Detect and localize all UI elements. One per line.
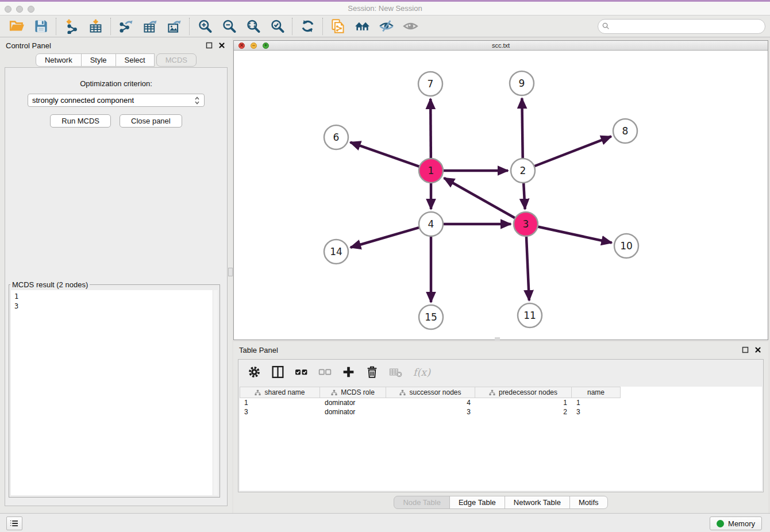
close-panel-icon[interactable] <box>217 41 226 50</box>
select-all-checkboxes-icon[interactable] <box>294 364 309 380</box>
column-header-predecessor-nodes[interactable]: predecessor nodes <box>475 387 572 398</box>
svg-text:3: 3 <box>523 218 529 230</box>
main-toolbar-icons <box>5 17 422 36</box>
window-divider-grip[interactable] <box>495 337 500 341</box>
edge-2-9[interactable] <box>522 98 522 159</box>
edge-2-3[interactable] <box>523 182 525 209</box>
tab-edge-table[interactable]: Edge Table <box>449 496 505 509</box>
table-cell[interactable]: 2 <box>475 408 572 416</box>
node-15[interactable]: 15 <box>419 305 443 329</box>
node-3[interactable]: 3 <box>514 212 538 236</box>
node-14[interactable]: 14 <box>324 240 348 264</box>
columns-icon[interactable] <box>271 364 285 380</box>
float-table-panel-icon[interactable] <box>741 345 750 354</box>
table-cell[interactable]: dominator <box>320 399 386 407</box>
import-network-icon[interactable] <box>59 17 83 36</box>
node-6[interactable]: 6 <box>324 125 348 149</box>
column-header-shared-name[interactable]: shared name <box>240 387 320 398</box>
tab-style[interactable]: Style <box>81 53 116 67</box>
mcds-result-scrollbar[interactable] <box>213 290 218 495</box>
zoom-in-icon[interactable] <box>192 17 217 36</box>
table-row[interactable]: 3dominator323 <box>240 407 762 417</box>
tab-mcds[interactable]: MCDS <box>156 53 197 67</box>
delete-icon[interactable] <box>365 364 379 380</box>
hide-graphics-eye-icon[interactable] <box>374 17 398 36</box>
edge-4-14[interactable] <box>351 228 420 248</box>
table-cell[interactable]: 3 <box>240 408 320 416</box>
column-header-MCDS-role[interactable]: MCDS role <box>320 387 386 398</box>
node-7[interactable]: 7 <box>418 72 442 96</box>
edge-3-11[interactable] <box>526 236 529 300</box>
table-cell[interactable]: 3 <box>386 408 475 416</box>
column-header-successor-nodes[interactable]: successor nodes <box>386 387 475 398</box>
show-graphics-eye-icon[interactable] <box>398 17 422 36</box>
export-table-icon[interactable] <box>138 17 162 36</box>
tab-node-table[interactable]: Node Table <box>394 496 450 509</box>
table-cell[interactable]: 1 <box>572 399 621 407</box>
tab-motifs[interactable]: Motifs <box>569 496 608 509</box>
add-icon[interactable] <box>341 364 356 380</box>
panel-divider-grip[interactable] <box>228 268 233 276</box>
table-cell[interactable]: 4 <box>386 399 475 407</box>
home-icon[interactable] <box>350 17 374 36</box>
node-1[interactable]: 1 <box>419 159 443 183</box>
export-network-icon[interactable] <box>114 17 138 36</box>
network-close-icon[interactable]: ✕ <box>238 43 245 49</box>
run-mcds-button[interactable]: Run MCDS <box>50 114 111 128</box>
window-minimize-icon[interactable] <box>16 6 23 13</box>
mcds-result-area[interactable]: 1 3 <box>11 290 218 495</box>
zoom-selected-icon[interactable] <box>265 17 289 36</box>
node-10[interactable]: 10 <box>614 234 638 258</box>
node-8[interactable]: 8 <box>613 119 637 143</box>
svg-text:9: 9 <box>519 78 525 89</box>
edge-3-1[interactable] <box>444 178 516 218</box>
edge-3-10[interactable] <box>537 226 612 242</box>
open-folder-icon[interactable] <box>5 17 29 36</box>
edge-2-8[interactable] <box>534 136 611 166</box>
network-minimize-icon[interactable]: − <box>251 43 257 49</box>
deselect-all-checkboxes-icon[interactable] <box>318 364 332 380</box>
edge-1-7[interactable] <box>430 99 431 159</box>
toolbar-separator <box>56 18 56 35</box>
import-table-icon[interactable] <box>83 17 107 36</box>
tab-network-table[interactable]: Network Table <box>505 496 570 509</box>
search-icon <box>602 22 610 30</box>
duplicate-network-icon[interactable] <box>326 17 350 36</box>
table-cell[interactable]: 3 <box>572 408 621 416</box>
table-cell[interactable]: 1 <box>240 399 320 407</box>
save-icon[interactable] <box>29 17 53 36</box>
window-zoom-icon[interactable] <box>28 6 34 13</box>
memory-button[interactable]: Memory <box>710 516 762 530</box>
network-canvas[interactable]: 1234678910111415 <box>234 51 767 340</box>
panel-list-button[interactable] <box>6 516 22 530</box>
node-11[interactable]: 11 <box>518 303 542 327</box>
table-row[interactable]: 1dominator411 <box>240 398 762 407</box>
table-cell[interactable]: dominator <box>320 408 386 416</box>
table-tabs: Node TableEdge TableNetwork TableMotifs <box>233 496 768 509</box>
close-table-panel-icon[interactable] <box>753 345 763 354</box>
optimization-criterion-select[interactable]: strongly connected component <box>28 94 205 107</box>
tab-select[interactable]: Select <box>116 53 155 67</box>
search-box[interactable] <box>598 19 765 34</box>
export-image-icon[interactable] <box>162 17 186 36</box>
refresh-icon[interactable] <box>295 17 319 36</box>
column-header-name[interactable]: name <box>572 387 621 398</box>
close-panel-button[interactable]: Close panel <box>120 114 182 128</box>
float-panel-icon[interactable] <box>205 41 214 50</box>
node-2[interactable]: 2 <box>511 159 535 183</box>
zoom-fit-icon[interactable] <box>241 17 265 36</box>
network-window-titlebar[interactable]: ✕ − + scc.txt <box>234 41 768 51</box>
gear-icon[interactable] <box>247 364 261 380</box>
window-close-icon[interactable] <box>5 6 11 13</box>
zoom-out-icon[interactable] <box>217 17 241 36</box>
optimization-criterion-label: Optimization criterion: <box>5 79 227 88</box>
search-input[interactable] <box>610 21 761 32</box>
node-9[interactable]: 9 <box>510 71 534 95</box>
node-4[interactable]: 4 <box>419 212 443 236</box>
tab-network[interactable]: Network <box>36 53 82 67</box>
delete-table-icon <box>388 364 403 380</box>
mcds-panel: Optimization criterion: strongly connect… <box>5 67 228 506</box>
edge-1-6[interactable] <box>351 142 421 167</box>
table-cell[interactable]: 1 <box>475 399 572 407</box>
network-zoom-icon[interactable]: + <box>263 43 269 49</box>
